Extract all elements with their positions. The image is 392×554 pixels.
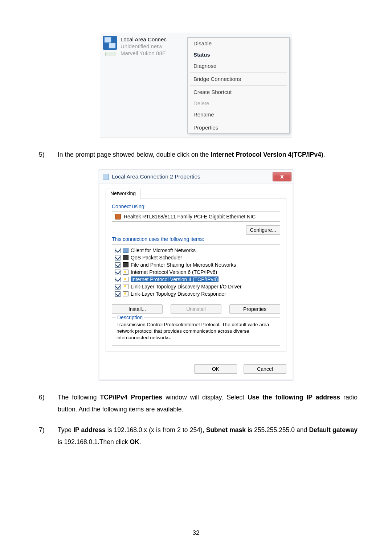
context-menu: Disable Status Diagnose Bridge Connectio… — [187, 37, 290, 134]
item-label: File and Printer Sharing for Microsoft N… — [131, 262, 236, 268]
adapter-field: Realtek RTL8168/8111 Family PCI-E Gigabi… — [112, 212, 280, 222]
client-icon — [123, 248, 128, 253]
page-number: 32 — [0, 529, 392, 537]
connection-title: Local Area Connec — [121, 36, 167, 43]
text: The following — [58, 394, 100, 401]
menu-properties[interactable]: Properties — [188, 122, 289, 133]
text: Type — [58, 426, 73, 434]
network-adapter-icon — [103, 36, 117, 50]
step-number: 6) — [34, 391, 58, 415]
service-icon — [123, 262, 128, 267]
bold-text: IP address — [73, 426, 106, 434]
checkbox-icon[interactable] — [115, 284, 121, 290]
bold-text: OK — [130, 438, 139, 446]
connection-labels: Local Area Connec Unidentified netw Marv… — [121, 36, 167, 57]
protocol-icon — [123, 277, 128, 282]
instruction-step-5: 5) In the prompt page showed below, doub… — [34, 149, 358, 161]
checkbox-icon[interactable] — [115, 255, 121, 260]
bold-text: Default gateway — [309, 426, 358, 434]
step-number: 5) — [34, 149, 58, 161]
connection-properties-dialog: Local Area Connection 2 Properties x Net… — [98, 169, 294, 381]
nic-icon — [115, 214, 121, 219]
connect-using-label: Connect using: — [112, 204, 280, 209]
dialog-footer: OK Cancel — [98, 358, 294, 380]
list-item[interactable]: Link-Layer Topology Discovery Responder — [114, 290, 278, 297]
description-title: Description — [116, 315, 144, 320]
properties-button[interactable]: Properties — [229, 304, 280, 314]
bold-text: Use the following IP address — [248, 394, 340, 401]
menu-disable[interactable]: Disable — [188, 38, 289, 49]
menu-separator — [190, 121, 287, 121]
figure-context-menu: Local Area Connec Unidentified netw Marv… — [34, 33, 358, 138]
menu-shortcut[interactable]: Create Shortcut — [188, 86, 289, 98]
menu-separator — [190, 85, 287, 86]
item-button-row: Install... Uninstall Properties — [112, 304, 280, 314]
menu-delete: Delete — [188, 98, 289, 109]
list-item[interactable]: Internet Protocol Version 6 (TCP/IPv6) — [114, 268, 278, 276]
menu-rename[interactable]: Rename — [188, 109, 289, 120]
dialog-title: Local Area Connection 2 Properties — [112, 173, 200, 180]
list-item[interactable]: QoS Packet Scheduler — [114, 254, 278, 261]
menu-status[interactable]: Status — [188, 49, 289, 60]
text: In the prompt page showed below, double … — [58, 151, 211, 158]
menu-separator — [190, 72, 287, 73]
protocol-icon — [123, 284, 128, 289]
text: is 192.168.0.1.Then click — [58, 438, 130, 446]
cancel-button[interactable]: Cancel — [244, 364, 286, 374]
item-label: Internet Protocol Version 4 (TCP/IPv4) — [131, 276, 219, 282]
install-button[interactable]: Install... — [112, 304, 163, 314]
instruction-step-6: 6) The following TCP/IPv4 Properties win… — [34, 391, 358, 415]
bold-text: Subnet mask — [206, 426, 246, 434]
items-listbox[interactable]: Client for Microsoft Networks QoS Packet… — [112, 244, 280, 300]
protocol-icon — [123, 270, 128, 275]
item-label: Internet Protocol Version 6 (TCP/IPv6) — [131, 269, 217, 275]
dialog-icon — [103, 174, 109, 180]
tab-networking[interactable]: Networking — [106, 189, 140, 198]
list-item[interactable]: Link-Layer Topology Discovery Mapper I/O… — [114, 283, 278, 290]
dialog-titlebar: Local Area Connection 2 Properties x — [98, 170, 294, 184]
uninstall-button: Uninstall — [171, 304, 221, 314]
protocol-icon — [123, 291, 128, 296]
cable-icon — [105, 52, 115, 56]
menu-diagnose[interactable]: Diagnose — [188, 60, 289, 71]
configure-button[interactable]: Configure... — [246, 225, 280, 235]
ok-button[interactable]: OK — [194, 364, 237, 374]
checkbox-icon[interactable] — [115, 262, 121, 268]
figure-properties-dialog: Local Area Connection 2 Properties x Net… — [34, 169, 358, 381]
list-item-selected[interactable]: Internet Protocol Version 4 (TCP/IPv4) — [114, 276, 278, 283]
dialog-body: Networking Connect using: Realtek RTL816… — [98, 184, 294, 358]
tab-pane: Connect using: Realtek RTL8168/8111 Fami… — [106, 198, 286, 352]
bold-text: Internet Protocol Version 4(TCP/IPv4) — [211, 151, 323, 158]
list-item[interactable]: File and Printer Sharing for Microsoft N… — [114, 261, 278, 268]
adapter-name: Realtek RTL8168/8111 Family PCI-E Gigabi… — [124, 214, 256, 219]
item-label: Client for Microsoft Networks — [131, 247, 196, 253]
document-page: Local Area Connec Unidentified netw Marv… — [0, 0, 392, 554]
item-label: Link-Layer Topology Discovery Mapper I/O… — [131, 284, 242, 290]
instruction-step-7: 7) Type IP address is 192.168.0.x (x is … — [34, 424, 358, 448]
checkbox-icon[interactable] — [115, 248, 121, 253]
list-item[interactable]: Client for Microsoft Networks — [114, 247, 278, 254]
network-connections-window: Local Area Connec Unidentified netw Marv… — [100, 33, 292, 138]
checkbox-icon[interactable] — [115, 291, 121, 297]
instruction-list: 6) The following TCP/IPv4 Properties win… — [34, 391, 358, 448]
description-text: Transmission Control Protocol/Internet P… — [117, 321, 275, 341]
item-label: QoS Packet Scheduler — [131, 255, 182, 260]
step-number: 7) — [34, 424, 58, 448]
step-text: In the prompt page showed below, double … — [58, 149, 358, 161]
text: is 255.255.255.0 and — [246, 426, 309, 434]
step-text: The following TCP/IPv4 Properties window… — [58, 391, 358, 415]
close-button[interactable]: x — [273, 172, 291, 181]
close-icon: x — [280, 173, 283, 180]
text: . — [323, 151, 325, 158]
connection-adapter: Marvell Yukon 88E — [121, 50, 167, 57]
text: window will display. Select — [162, 394, 248, 401]
service-icon — [123, 255, 128, 260]
checkbox-icon[interactable] — [115, 277, 121, 282]
menu-bridge[interactable]: Bridge Connections — [188, 73, 289, 85]
checkbox-icon[interactable] — [115, 270, 121, 275]
text: . — [139, 438, 141, 446]
description-group: Description Transmission Control Protoco… — [112, 317, 280, 346]
connection-status: Unidentified netw — [121, 43, 167, 50]
step-text: Type IP address is 192.168.0.x (x is fro… — [58, 424, 358, 448]
item-label: Link-Layer Topology Discovery Responder — [131, 291, 226, 297]
